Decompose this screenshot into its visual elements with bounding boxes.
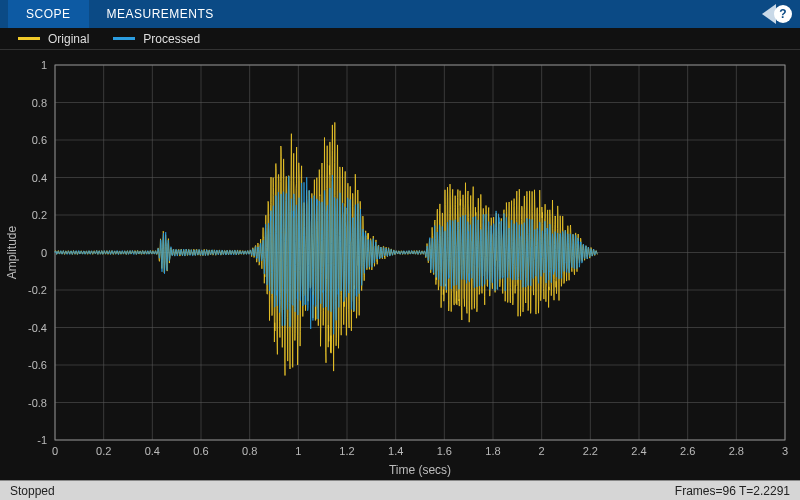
svg-text:0.6: 0.6	[193, 445, 208, 457]
legend-item-processed: Processed	[113, 32, 200, 46]
top-toolbar: SCOPE MEASUREMENTS ?	[0, 0, 800, 28]
legend-label-processed: Processed	[143, 32, 200, 46]
legend-swatch-original	[18, 37, 40, 40]
svg-text:-0.8: -0.8	[28, 397, 47, 409]
help-icon[interactable]: ?	[774, 5, 792, 23]
svg-text:0: 0	[52, 445, 58, 457]
svg-text:0.2: 0.2	[32, 209, 47, 221]
svg-text:2.4: 2.4	[631, 445, 646, 457]
svg-text:1.8: 1.8	[485, 445, 500, 457]
svg-text:-0.6: -0.6	[28, 359, 47, 371]
svg-text:0.4: 0.4	[32, 172, 47, 184]
legend-item-original: Original	[18, 32, 89, 46]
svg-text:0.2: 0.2	[96, 445, 111, 457]
svg-text:0.6: 0.6	[32, 134, 47, 146]
svg-text:-0.4: -0.4	[28, 322, 47, 334]
scope-chart[interactable]: 00.20.40.60.811.21.41.61.822.22.42.62.83…	[0, 50, 800, 480]
svg-text:1.4: 1.4	[388, 445, 403, 457]
svg-text:0.8: 0.8	[242, 445, 257, 457]
svg-text:2: 2	[539, 445, 545, 457]
svg-text:1.2: 1.2	[339, 445, 354, 457]
status-left: Stopped	[10, 484, 55, 498]
status-right: Frames=96 T=2.2291	[675, 484, 790, 498]
svg-text:0.4: 0.4	[145, 445, 160, 457]
svg-text:1: 1	[295, 445, 301, 457]
legend-bar: Original Processed	[0, 28, 800, 50]
help-button-wrap[interactable]: ?	[774, 5, 792, 23]
svg-text:0: 0	[41, 247, 47, 259]
svg-text:0.8: 0.8	[32, 97, 47, 109]
legend-label-original: Original	[48, 32, 89, 46]
tab-measurements[interactable]: MEASUREMENTS	[89, 0, 232, 28]
svg-text:Amplitude: Amplitude	[5, 226, 19, 280]
status-bar: Stopped Frames=96 T=2.2291	[0, 480, 800, 500]
svg-text:1.6: 1.6	[437, 445, 452, 457]
svg-text:-0.2: -0.2	[28, 284, 47, 296]
svg-text:-1: -1	[37, 434, 47, 446]
svg-text:3: 3	[782, 445, 788, 457]
legend-swatch-processed	[113, 37, 135, 40]
svg-text:2.8: 2.8	[729, 445, 744, 457]
svg-text:2.6: 2.6	[680, 445, 695, 457]
svg-text:1: 1	[41, 59, 47, 71]
plot-area[interactable]: 00.20.40.60.811.21.41.61.822.22.42.62.83…	[0, 50, 800, 480]
svg-text:Time (secs): Time (secs)	[389, 463, 451, 477]
tab-scope[interactable]: SCOPE	[8, 0, 89, 28]
svg-text:2.2: 2.2	[583, 445, 598, 457]
